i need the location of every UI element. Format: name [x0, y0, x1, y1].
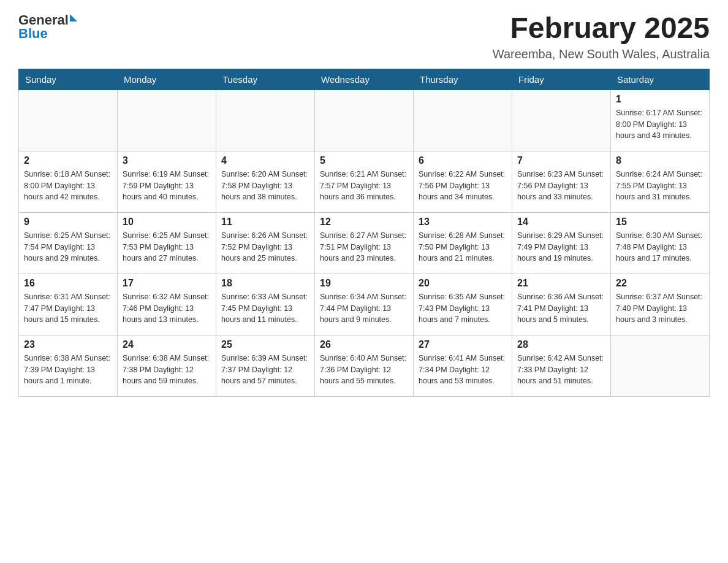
day-number: 16 [24, 278, 112, 289]
day-number: 10 [123, 216, 211, 228]
day-number: 23 [24, 339, 112, 350]
day-info: Sunrise: 6:41 AM Sunset: 7:34 PM Dayligh… [419, 353, 507, 387]
calendar-cell [315, 90, 414, 151]
location-title: Wareemba, New South Wales, Australia [493, 47, 710, 61]
day-number: 24 [123, 339, 211, 350]
calendar-cell: 24Sunrise: 6:38 AM Sunset: 7:38 PM Dayli… [118, 335, 216, 396]
calendar-cell: 20Sunrise: 6:35 AM Sunset: 7:43 PM Dayli… [414, 274, 512, 335]
calendar-table: SundayMondayTuesdayWednesdayThursdayFrid… [18, 69, 710, 397]
calendar-cell: 6Sunrise: 6:22 AM Sunset: 7:56 PM Daylig… [414, 151, 512, 212]
calendar-week-row: 1Sunrise: 6:17 AM Sunset: 8:00 PM Daylig… [19, 90, 710, 151]
day-info: Sunrise: 6:33 AM Sunset: 7:45 PM Dayligh… [221, 291, 309, 326]
calendar-cell: 23Sunrise: 6:38 AM Sunset: 7:39 PM Dayli… [19, 335, 118, 396]
calendar-cell: 27Sunrise: 6:41 AM Sunset: 7:34 PM Dayli… [414, 335, 512, 396]
day-info: Sunrise: 6:21 AM Sunset: 7:57 PM Dayligh… [320, 169, 408, 203]
title-block: February 2025 Wareemba, New South Wales,… [493, 12, 710, 61]
calendar-header-friday: Friday [512, 69, 611, 90]
calendar-header-saturday: Saturday [611, 69, 710, 90]
day-info: Sunrise: 6:32 AM Sunset: 7:46 PM Dayligh… [123, 291, 211, 326]
day-number: 14 [517, 216, 605, 228]
calendar-cell [216, 90, 315, 151]
calendar-cell [118, 90, 216, 151]
day-number: 19 [320, 278, 408, 289]
logo-blue-text: Blue [18, 26, 48, 42]
day-number: 1 [616, 94, 704, 105]
day-info: Sunrise: 6:28 AM Sunset: 7:50 PM Dayligh… [419, 230, 507, 264]
day-number: 17 [123, 278, 211, 289]
day-number: 7 [517, 155, 605, 166]
day-number: 20 [419, 278, 507, 289]
day-info: Sunrise: 6:36 AM Sunset: 7:41 PM Dayligh… [517, 291, 605, 326]
calendar-cell: 4Sunrise: 6:20 AM Sunset: 7:58 PM Daylig… [216, 151, 315, 212]
day-info: Sunrise: 6:31 AM Sunset: 7:47 PM Dayligh… [24, 291, 112, 326]
calendar-header-sunday: Sunday [19, 69, 118, 90]
day-number: 22 [616, 278, 704, 289]
calendar-cell: 1Sunrise: 6:17 AM Sunset: 8:00 PM Daylig… [611, 90, 710, 151]
calendar-cell: 21Sunrise: 6:36 AM Sunset: 7:41 PM Dayli… [512, 274, 611, 335]
day-number: 18 [221, 278, 309, 289]
day-number: 25 [221, 339, 309, 350]
calendar-cell: 2Sunrise: 6:18 AM Sunset: 8:00 PM Daylig… [19, 151, 118, 212]
calendar-cell: 16Sunrise: 6:31 AM Sunset: 7:47 PM Dayli… [19, 274, 118, 335]
day-info: Sunrise: 6:25 AM Sunset: 7:53 PM Dayligh… [123, 230, 211, 264]
day-info: Sunrise: 6:29 AM Sunset: 7:49 PM Dayligh… [517, 230, 605, 264]
day-info: Sunrise: 6:30 AM Sunset: 7:48 PM Dayligh… [616, 230, 704, 264]
calendar-cell: 7Sunrise: 6:23 AM Sunset: 7:56 PM Daylig… [512, 151, 611, 212]
day-number: 28 [517, 339, 605, 350]
day-number: 12 [320, 216, 408, 228]
calendar-cell: 18Sunrise: 6:33 AM Sunset: 7:45 PM Dayli… [216, 274, 315, 335]
calendar-header-wednesday: Wednesday [315, 69, 414, 90]
day-info: Sunrise: 6:35 AM Sunset: 7:43 PM Dayligh… [419, 291, 507, 326]
calendar-header-thursday: Thursday [414, 69, 512, 90]
calendar-week-row: 2Sunrise: 6:18 AM Sunset: 8:00 PM Daylig… [19, 151, 710, 212]
calendar-cell [414, 90, 512, 151]
day-number: 3 [123, 155, 211, 166]
calendar-cell: 13Sunrise: 6:28 AM Sunset: 7:50 PM Dayli… [414, 212, 512, 274]
day-info: Sunrise: 6:17 AM Sunset: 8:00 PM Dayligh… [616, 107, 704, 142]
logo: General Blue [18, 12, 77, 42]
day-number: 8 [616, 155, 704, 166]
calendar-cell: 15Sunrise: 6:30 AM Sunset: 7:48 PM Dayli… [611, 212, 710, 274]
day-number: 6 [419, 155, 507, 166]
day-info: Sunrise: 6:42 AM Sunset: 7:33 PM Dayligh… [517, 353, 605, 387]
day-info: Sunrise: 6:39 AM Sunset: 7:37 PM Dayligh… [221, 353, 309, 387]
day-info: Sunrise: 6:34 AM Sunset: 7:44 PM Dayligh… [320, 291, 408, 326]
day-number: 4 [221, 155, 309, 166]
day-number: 9 [24, 216, 112, 228]
day-info: Sunrise: 6:38 AM Sunset: 7:39 PM Dayligh… [24, 353, 112, 387]
calendar-cell: 19Sunrise: 6:34 AM Sunset: 7:44 PM Dayli… [315, 274, 414, 335]
calendar-cell: 11Sunrise: 6:26 AM Sunset: 7:52 PM Dayli… [216, 212, 315, 274]
logo-triangle-icon [70, 14, 77, 21]
calendar-cell: 26Sunrise: 6:40 AM Sunset: 7:36 PM Dayli… [315, 335, 414, 396]
calendar-header-row: SundayMondayTuesdayWednesdayThursdayFrid… [19, 69, 710, 90]
calendar-cell [19, 90, 118, 151]
day-number: 5 [320, 155, 408, 166]
calendar-cell: 9Sunrise: 6:25 AM Sunset: 7:54 PM Daylig… [19, 212, 118, 274]
calendar-cell: 5Sunrise: 6:21 AM Sunset: 7:57 PM Daylig… [315, 151, 414, 212]
day-info: Sunrise: 6:20 AM Sunset: 7:58 PM Dayligh… [221, 169, 309, 203]
calendar-cell: 12Sunrise: 6:27 AM Sunset: 7:51 PM Dayli… [315, 212, 414, 274]
day-info: Sunrise: 6:40 AM Sunset: 7:36 PM Dayligh… [320, 353, 408, 387]
calendar-cell: 25Sunrise: 6:39 AM Sunset: 7:37 PM Dayli… [216, 335, 315, 396]
day-number: 2 [24, 155, 112, 166]
calendar-cell: 8Sunrise: 6:24 AM Sunset: 7:55 PM Daylig… [611, 151, 710, 212]
day-number: 21 [517, 278, 605, 289]
calendar-cell: 3Sunrise: 6:19 AM Sunset: 7:59 PM Daylig… [118, 151, 216, 212]
day-info: Sunrise: 6:18 AM Sunset: 8:00 PM Dayligh… [24, 169, 112, 203]
calendar-cell: 17Sunrise: 6:32 AM Sunset: 7:46 PM Dayli… [118, 274, 216, 335]
month-title: February 2025 [493, 12, 710, 45]
calendar-header-tuesday: Tuesday [216, 69, 315, 90]
day-number: 26 [320, 339, 408, 350]
day-info: Sunrise: 6:38 AM Sunset: 7:38 PM Dayligh… [123, 353, 211, 387]
day-number: 15 [616, 216, 704, 228]
day-info: Sunrise: 6:23 AM Sunset: 7:56 PM Dayligh… [517, 169, 605, 203]
day-number: 11 [221, 216, 309, 228]
page-header: General Blue February 2025 Wareemba, New… [18, 12, 710, 61]
day-info: Sunrise: 6:27 AM Sunset: 7:51 PM Dayligh… [320, 230, 408, 264]
day-info: Sunrise: 6:22 AM Sunset: 7:56 PM Dayligh… [419, 169, 507, 203]
calendar-header-monday: Monday [118, 69, 216, 90]
day-info: Sunrise: 6:37 AM Sunset: 7:40 PM Dayligh… [616, 291, 704, 326]
day-number: 13 [419, 216, 507, 228]
day-number: 27 [419, 339, 507, 350]
day-info: Sunrise: 6:25 AM Sunset: 7:54 PM Dayligh… [24, 230, 112, 264]
